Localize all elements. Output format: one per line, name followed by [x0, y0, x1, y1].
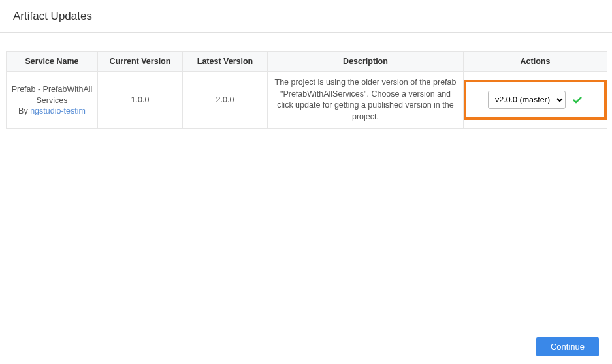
service-author-line: By ngstudio-testim — [10, 106, 93, 115]
dialog-footer: Continue — [0, 329, 612, 364]
col-actions: Actions — [464, 52, 607, 72]
cell-latest-version: 2.0.0 — [183, 72, 268, 129]
col-latest-version: Latest Version — [183, 52, 268, 72]
confirm-update-icon[interactable] — [572, 95, 583, 105]
table-row: Prefab - PrefabWithAll Services By ngstu… — [7, 72, 607, 129]
cell-description: The project is using the older version o… — [268, 72, 464, 129]
service-name-text: Prefab - PrefabWithAll Services — [10, 84, 93, 106]
cell-service-name: Prefab - PrefabWithAll Services By ngstu… — [7, 72, 98, 129]
cell-current-version: 1.0.0 — [98, 72, 183, 129]
version-select[interactable]: v2.0.0 (master) — [488, 91, 566, 109]
col-current-version: Current Version — [98, 52, 183, 72]
actions-highlight-box: v2.0.0 (master) — [464, 80, 607, 120]
dialog-header: Artifact Updates — [0, 0, 612, 33]
col-description: Description — [268, 52, 464, 72]
continue-button[interactable]: Continue — [536, 337, 599, 356]
col-service-name: Service Name — [7, 52, 98, 72]
service-author[interactable]: ngstudio-testim — [30, 106, 86, 115]
artifact-updates-table: Service Name Current Version Latest Vers… — [6, 51, 607, 129]
dialog-title: Artifact Updates — [13, 10, 599, 23]
table-header-row: Service Name Current Version Latest Vers… — [7, 52, 607, 72]
dialog-content: Service Name Current Version Latest Vers… — [0, 33, 612, 129]
cell-actions: v2.0.0 (master) — [464, 72, 607, 129]
